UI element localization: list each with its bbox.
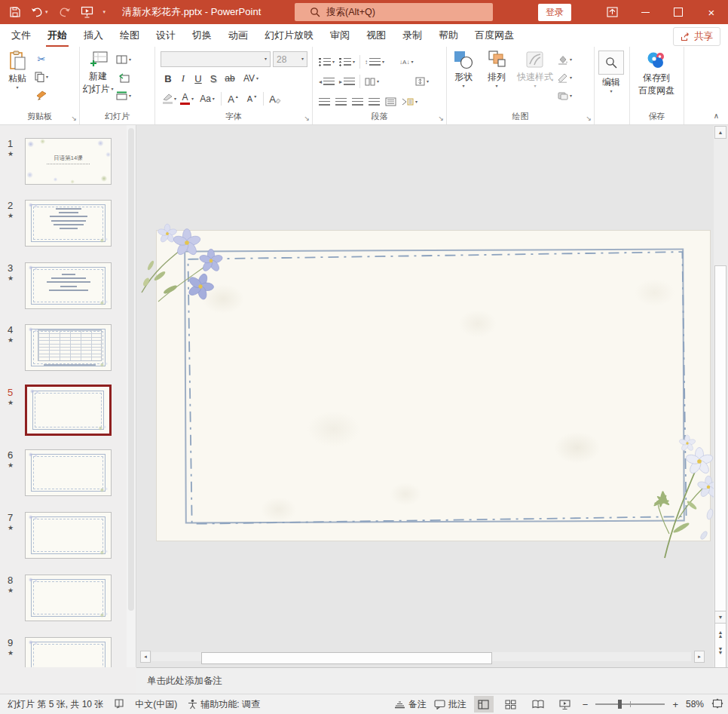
- slide-thumbnail-1[interactable]: 日语第14课: [25, 138, 112, 185]
- slide-layout-button[interactable]: ▾: [116, 51, 131, 69]
- bold-button[interactable]: B: [162, 69, 174, 87]
- align-left-button[interactable]: [319, 93, 330, 111]
- scroll-left-button[interactable]: ◂: [140, 651, 151, 663]
- slide-editing-area[interactable]: [136, 125, 714, 667]
- italic-button[interactable]: I: [177, 69, 189, 87]
- decrease-indent-button[interactable]: ◂: [319, 72, 335, 90]
- justify-button[interactable]: [369, 93, 380, 111]
- ribbon-display-options-icon[interactable]: [595, 0, 629, 24]
- scroll-up-button[interactable]: ▲: [714, 126, 726, 139]
- slide-thumbnail-5-selected[interactable]: [25, 385, 112, 436]
- customize-qat-icon[interactable]: ▾: [103, 9, 106, 15]
- section-button[interactable]: ▾: [116, 87, 131, 105]
- notes-pane[interactable]: 单击此处添加备注: [136, 667, 728, 694]
- shape-outline-button[interactable]: ▾: [557, 69, 572, 87]
- font-dialog-launcher-icon[interactable]: ↘: [304, 115, 310, 122]
- redo-icon[interactable]: [58, 7, 71, 18]
- slide-sorter-view-button[interactable]: [501, 696, 521, 712]
- change-case-button[interactable]: Aa▾: [197, 90, 217, 108]
- start-slideshow-icon[interactable]: [81, 6, 93, 18]
- slide-position-indicator[interactable]: 幻灯片 第 5 张, 共 10 张: [8, 698, 103, 711]
- paste-dropdown-icon[interactable]: ▾: [16, 86, 18, 90]
- editing-button[interactable]: 编辑 ▾: [595, 47, 628, 93]
- font-name-select[interactable]: ▾: [161, 51, 271, 67]
- tab-baidu-netdisk[interactable]: 百度网盘: [466, 23, 522, 47]
- align-text-button[interactable]: ▾: [415, 72, 429, 90]
- align-right-button[interactable]: [352, 93, 363, 111]
- collapse-ribbon-icon[interactable]: ∧: [714, 112, 719, 120]
- bullets-button[interactable]: ▾: [319, 53, 335, 71]
- tab-view[interactable]: 视图: [358, 23, 394, 47]
- zoom-slider-thumb[interactable]: [618, 700, 622, 709]
- tab-insert[interactable]: 插入: [75, 23, 112, 47]
- maximize-button[interactable]: [662, 0, 695, 24]
- convert-smartart-button[interactable]: ▾: [402, 93, 418, 111]
- text-direction-button[interactable]: ↓A↓▾: [399, 53, 413, 71]
- decrease-font-size-button[interactable]: A▾: [244, 90, 259, 108]
- shape-fill-button[interactable]: ▾: [557, 51, 572, 69]
- arrange-button[interactable]: 排列 ▾: [480, 47, 513, 105]
- language-indicator[interactable]: 中文(中国): [135, 698, 177, 711]
- thumbnail-panel-scrollbar[interactable]: [127, 125, 136, 667]
- horizontal-scroll-thumb[interactable]: [201, 652, 492, 664]
- cut-button[interactable]: ✂: [35, 50, 48, 68]
- notes-toggle-button[interactable]: 备注: [394, 698, 427, 711]
- align-center-button[interactable]: [335, 93, 347, 111]
- copy-button[interactable]: ▾: [35, 68, 48, 86]
- comments-toggle-button[interactable]: 批注: [434, 698, 466, 711]
- normal-view-button[interactable]: [474, 696, 494, 712]
- tab-draw[interactable]: 绘图: [112, 23, 148, 47]
- tab-record[interactable]: 录制: [394, 23, 430, 47]
- character-spacing-button[interactable]: AV▾: [240, 69, 262, 87]
- slideshow-view-button[interactable]: [555, 696, 575, 712]
- font-size-select[interactable]: 28▾: [273, 51, 307, 67]
- search-input[interactable]: 搜索(Alt+Q): [295, 3, 493, 21]
- login-button[interactable]: 登录: [538, 4, 571, 21]
- increase-font-size-button[interactable]: A▴: [225, 90, 240, 108]
- close-button[interactable]: ×: [695, 0, 728, 24]
- zoom-level[interactable]: 58%: [686, 699, 704, 709]
- scroll-down-button[interactable]: ▼: [714, 611, 726, 624]
- previous-slide-button[interactable]: ▲▲: [714, 627, 726, 640]
- clear-formatting-button[interactable]: A: [268, 90, 283, 108]
- format-painter-button[interactable]: [35, 86, 48, 104]
- undo-dropdown-icon[interactable]: ▾: [45, 9, 48, 15]
- zoom-in-button[interactable]: +: [672, 699, 678, 710]
- reset-slide-button[interactable]: [116, 69, 131, 87]
- distribute-button[interactable]: [385, 93, 396, 111]
- next-slide-button[interactable]: ▼▼: [714, 644, 726, 657]
- horizontal-scrollbar[interactable]: ◂ ▸: [136, 651, 714, 663]
- slide-thumbnail-6[interactable]: [25, 449, 112, 496]
- shape-effects-button[interactable]: ▾: [557, 87, 572, 105]
- undo-icon[interactable]: ▾: [31, 7, 48, 18]
- fit-to-window-button[interactable]: [711, 698, 723, 711]
- paragraph-dialog-launcher-icon[interactable]: ↘: [438, 115, 444, 122]
- tab-review[interactable]: 审阅: [322, 23, 358, 47]
- shapes-button[interactable]: 形状 ▾: [447, 47, 480, 105]
- spell-check-icon[interactable]: [114, 698, 124, 711]
- zoom-slider[interactable]: [595, 703, 665, 705]
- text-shadow-button[interactable]: S: [207, 69, 219, 87]
- highlight-color-button[interactable]: ▾: [162, 90, 176, 108]
- new-slide-button[interactable]: 新建 幻灯片▾: [80, 47, 116, 105]
- drawing-dialog-launcher-icon[interactable]: ↘: [586, 115, 592, 122]
- scroll-right-button[interactable]: ▸: [694, 651, 705, 663]
- accessibility-checker[interactable]: 辅助功能: 调查: [188, 698, 260, 711]
- numbering-button[interactable]: ▾: [339, 53, 355, 71]
- tab-file[interactable]: 文件: [3, 23, 39, 47]
- zoom-out-button[interactable]: −: [583, 699, 589, 710]
- slide-thumbnail-7[interactable]: [25, 512, 112, 559]
- save-to-baidu-button[interactable]: 保存到 百度网盘: [630, 47, 683, 96]
- slide-thumbnail-4[interactable]: [25, 324, 112, 371]
- tab-design[interactable]: 设计: [148, 23, 184, 47]
- reading-view-button[interactable]: [528, 696, 548, 712]
- underline-button[interactable]: U: [192, 69, 204, 87]
- tab-transitions[interactable]: 切换: [184, 23, 220, 47]
- font-color-button[interactable]: A ▾: [180, 90, 194, 108]
- increase-indent-button[interactable]: ▸: [339, 72, 355, 90]
- slide-thumbnail-8[interactable]: [25, 575, 112, 621]
- tab-animations[interactable]: 动画: [220, 23, 256, 47]
- tab-slideshow[interactable]: 幻灯片放映: [256, 23, 322, 47]
- save-icon[interactable]: [9, 6, 21, 18]
- clipboard-dialog-launcher-icon[interactable]: ↘: [71, 115, 77, 122]
